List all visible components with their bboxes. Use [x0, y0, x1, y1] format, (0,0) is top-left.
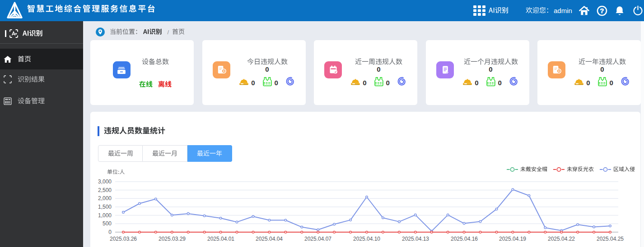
- svg-text:?: ?: [600, 7, 604, 14]
